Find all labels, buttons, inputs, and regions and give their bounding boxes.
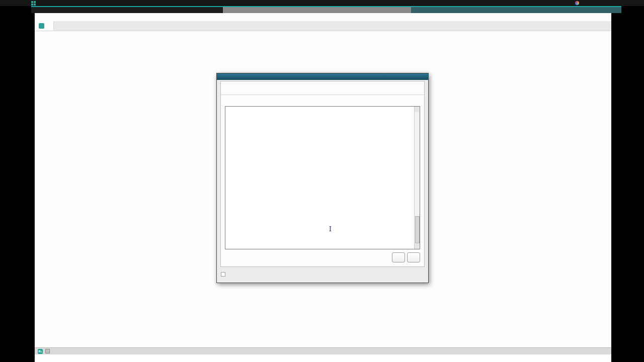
packet-tracer-tabs [221,81,424,95]
echo-area [35,355,611,362]
top-status-bar [0,0,644,6]
paste-button[interactable] [407,252,420,262]
packet-tracer-panel [220,81,425,267]
copy-button[interactable] [392,252,405,262]
palette-tray-icon[interactable] [575,1,579,5]
tab-readme[interactable] [35,21,54,31]
emacs-tab-bar [35,21,611,31]
emacs-modeline: M↓ [35,347,611,354]
terminal-scrollbar[interactable] [414,107,420,249]
mouse-ibeam-cursor: I [329,226,332,233]
workspaces-icon [31,1,36,6]
window-tab-packet-tracer[interactable] [411,7,621,13]
status-segments [540,1,644,5]
cli-terminal[interactable] [225,106,420,249]
packet-tracer-window [216,73,429,283]
save-icon [45,349,50,353]
modeline-markdown-icon: M↓ [38,349,43,354]
scrollbar-thumb[interactable] [415,216,420,243]
packet-tracer-titlebar[interactable] [217,73,428,80]
top-checkbox[interactable] [221,272,225,277]
top-checkbox-row [221,272,228,277]
window-tab-konsole[interactable] [31,7,223,13]
cli-panel-title [221,95,424,106]
emacs-menu-bar [35,13,611,21]
markdown-icon [39,23,44,29]
window-tab-emacs[interactable] [223,7,411,13]
cli-hint-row [221,249,424,262]
scroll-down-arrow[interactable] [415,244,419,249]
scroll-up-arrow[interactable] [415,107,419,112]
workspace-area [31,1,41,6]
